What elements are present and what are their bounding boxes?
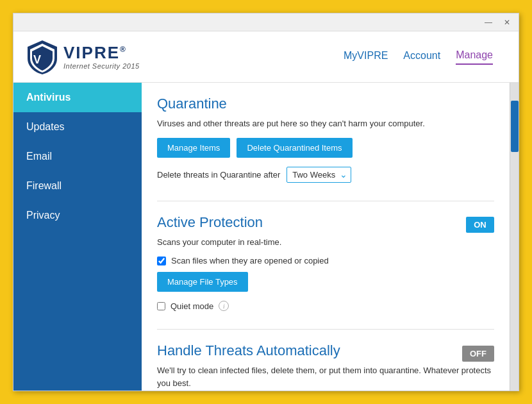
active-protection-toggle[interactable]: ON [466,217,494,233]
minimize-button[interactable]: — [481,17,495,28]
scrollbar-thumb[interactable] [511,101,519,152]
quiet-mode-label: Quiet mode [170,301,213,311]
handle-threats-title: Handle Threats Automatically [157,342,340,359]
scan-files-checkbox[interactable] [157,257,166,265]
logo-sub-text: Internet Security 2015 [63,62,140,70]
logo-vipre-text: VIPRE® [63,44,140,62]
main-body: Antivirus Updates Email Firewall Privacy… [13,83,519,391]
svg-text:V: V [33,53,41,66]
quiet-mode-row: Quiet mode i [157,301,494,311]
quarantine-select-wrapper: Never One Day One Week Two Weeks One Mon… [287,167,351,183]
nav-tabs: MyVIPRE Account Manage [344,49,506,65]
manage-file-types-button[interactable]: Manage File Types [157,272,248,292]
handle-threats-toggle-row: Handle Threats Automatically OFF [157,342,494,364]
sidebar-item-email[interactable]: Email [13,142,142,171]
quarantine-dropdown[interactable]: Never One Day One Week Two Weeks One Mon… [287,167,351,183]
quarantine-title: Quarantine [157,96,494,112]
logo-text: VIPRE® Internet Security 2015 [63,44,140,70]
quarantine-description: Viruses and other threats are put here s… [157,117,494,130]
nav-tab-account[interactable]: Account [403,50,440,64]
handle-threats-description: We'll try to clean infected files, delet… [157,364,494,389]
active-protection-toggle-row: Active Protection ON [157,214,494,236]
vipre-logo-icon: V [26,39,58,74]
sidebar-item-firewall[interactable]: Firewall [13,171,142,201]
scrollbar[interactable] [510,83,519,391]
info-icon[interactable]: i [219,301,229,311]
active-protection-section: Active Protection ON Scans your computer… [157,214,494,312]
nav-tab-manage[interactable]: Manage [456,49,493,65]
sidebar-item-privacy[interactable]: Privacy [13,201,142,230]
content-area: Quarantine Viruses and other threats are… [142,83,510,391]
quarantine-btn-row: Manage Items Delete Quarantined Items [157,138,494,158]
handle-threats-toggle[interactable]: OFF [462,346,494,362]
sidebar: Antivirus Updates Email Firewall Privacy [13,83,142,391]
divider-2 [157,329,494,330]
quarantine-dropdown-label: Delete threats in Quarantine after [157,170,280,180]
logo-area: V VIPRE® Internet Security 2015 [26,39,344,74]
quarantine-dropdown-row: Delete threats in Quarantine after Never… [157,167,494,183]
divider-1 [157,201,494,201]
scan-files-checkbox-row: Scan files when they are opened or copie… [157,256,494,265]
manage-file-types-btn-row: Manage File Types [157,272,494,292]
manage-items-button[interactable]: Manage Items [157,138,230,158]
nav-tab-myvipre[interactable]: MyVIPRE [344,50,388,64]
sidebar-item-antivirus[interactable]: Antivirus [13,83,142,112]
active-protection-title: Active Protection [157,214,263,231]
quarantine-section: Quarantine Viruses and other threats are… [157,96,494,183]
active-protection-description: Scans your computer in real-time. [157,236,494,249]
handle-threats-section: Handle Threats Automatically OFF We'll t… [157,342,494,389]
delete-quarantined-button[interactable]: Delete Quarantined Items [237,138,352,158]
sidebar-item-updates[interactable]: Updates [13,112,142,142]
scan-files-label: Scan files when they are opened or copie… [171,256,329,265]
header: V VIPRE® Internet Security 2015 MyVIPRE … [13,31,519,83]
close-button[interactable]: ✕ [501,17,513,28]
quiet-mode-checkbox[interactable] [157,302,165,310]
main-window: — ✕ V VIPRE® Internet Security 2015 MyV [13,13,519,391]
title-bar: — ✕ [13,13,519,31]
